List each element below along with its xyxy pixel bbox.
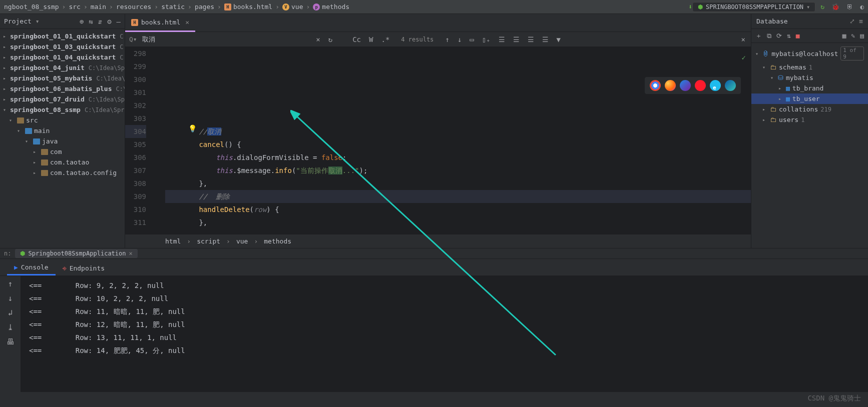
intention-bulb-icon[interactable]: 💡 bbox=[188, 122, 197, 135]
vue-icon: V bbox=[282, 4, 289, 10]
settings-icon[interactable]: ⚙ bbox=[107, 18, 111, 26]
close-icon[interactable]: × bbox=[129, 250, 133, 257]
crumb[interactable]: main bbox=[91, 3, 106, 10]
filter-icon-2[interactable]: ☰ bbox=[512, 36, 521, 44]
hide-icon[interactable]: — bbox=[117, 18, 121, 26]
console-text[interactable]: <== Row: 9, 2, 2, 2, null <== Row: 10, 2… bbox=[21, 276, 868, 392]
search-history-icon[interactable]: ↻ bbox=[327, 36, 334, 44]
project-root[interactable]: ▸springboot_04_junitC:\Idea\Sprin bbox=[0, 62, 125, 73]
new-datasource-icon[interactable]: ＋ bbox=[755, 32, 762, 40]
endpoints-tab[interactable]: ⎆Endpoints bbox=[56, 260, 112, 276]
debug-icon[interactable]: 🐞 bbox=[831, 3, 839, 10]
run-tab[interactable]: ⬢ Springboot08SsmpApplication × bbox=[15, 249, 137, 258]
tree-folder[interactable]: ▾src bbox=[0, 115, 125, 126]
next-match-icon[interactable]: ↓ bbox=[456, 36, 463, 44]
hide-icon[interactable]: ⤢ bbox=[849, 18, 855, 25]
filter-icon-3[interactable]: ☰ bbox=[526, 36, 536, 44]
tree-folder[interactable]: ▸com.taotao bbox=[0, 157, 125, 168]
db-folder[interactable]: ▸🗀users1 bbox=[751, 114, 868, 125]
project-root[interactable]: ▸springboot_01_01_quickstartC:\Id bbox=[0, 31, 125, 42]
crumb[interactable]: Vvue bbox=[282, 3, 303, 10]
opera-icon[interactable] bbox=[695, 80, 706, 91]
console-tab[interactable]: ▶Console bbox=[7, 260, 56, 276]
regex-icon[interactable]: .* bbox=[379, 36, 391, 44]
sync-icon[interactable]: ⇅ bbox=[787, 32, 791, 40]
crumb[interactable]: Hbooks.html bbox=[224, 3, 272, 10]
db-folder[interactable]: ▾🗀schemas1 bbox=[751, 62, 868, 72]
profile-icon[interactable]: ◐ bbox=[860, 3, 864, 10]
project-root[interactable]: ▸springboot_01_04_quickstartC:\Id bbox=[0, 52, 125, 62]
crumb[interactable]: ngboot_08_ssmp bbox=[4, 3, 59, 10]
prev-match-icon[interactable]: ↑ bbox=[444, 36, 451, 44]
stop-icon[interactable]: ■ bbox=[796, 32, 800, 40]
crumb[interactable]: pmethods bbox=[313, 3, 349, 10]
find-bar: Q▾ 取消 × ↻ Cc W .* 4 results ↑ ↓ ▭ ▯₊ ☰ ☰… bbox=[125, 32, 751, 47]
edge-icon[interactable] bbox=[725, 80, 736, 91]
tree-folder[interactable]: ▾java bbox=[0, 136, 125, 146]
refresh-icon[interactable]: ⟳ bbox=[776, 32, 782, 40]
project-root[interactable]: ▸springboot_01_03_quickstartC:\Id bbox=[0, 42, 125, 52]
build-icon[interactable]: ⬇ bbox=[688, 3, 692, 10]
project-root[interactable]: ▸springboot_07_druidC:\Idea\Sprin bbox=[0, 94, 125, 104]
datasource-node[interactable]: ▾🛢mybatis@localhost1 of 9 bbox=[751, 45, 868, 62]
duplicate-icon[interactable]: ⧉ bbox=[767, 32, 771, 40]
close-find-icon[interactable]: × bbox=[740, 36, 747, 44]
database-tool-window: Database ⤢ ≡ ＋ ⧉ ⟳ ⇅ ■ ▦ ✎ ▤ ▾🛢mybatis@l… bbox=[751, 14, 868, 248]
crumb[interactable]: src bbox=[69, 3, 80, 10]
schema-node[interactable]: ▾⛁mybatis bbox=[751, 72, 868, 83]
add-selection-icon[interactable]: ▯₊ bbox=[481, 36, 492, 44]
table-node[interactable]: ▸▦tb_user bbox=[751, 94, 868, 104]
table-node[interactable]: ▸▦tb_brand bbox=[751, 83, 868, 94]
crumb[interactable]: resources bbox=[116, 3, 151, 10]
expand-all-icon[interactable]: ⇆ bbox=[89, 18, 93, 26]
inspection-ok-icon[interactable]: ✓ bbox=[742, 51, 746, 64]
project-root[interactable]: ▾springboot_08_ssmpC:\Idea\Sprin bbox=[0, 104, 125, 115]
funnel-icon[interactable]: ▼ bbox=[555, 36, 562, 44]
safari-icon[interactable] bbox=[680, 80, 691, 91]
print-icon[interactable]: 🖶 bbox=[7, 337, 15, 346]
editor-tab[interactable]: H books.html × bbox=[125, 14, 195, 32]
run-config-selector[interactable]: ⬢ SPRINGBOOT08SSMPAPPLICATION ▾ bbox=[692, 2, 815, 12]
scroll-up-icon[interactable]: ↑ bbox=[8, 279, 13, 288]
folder-icon: 🗀 bbox=[770, 64, 776, 71]
editor-tabs: H books.html × bbox=[125, 14, 751, 32]
soft-wrap-icon[interactable]: ↲ bbox=[8, 308, 13, 318]
find-input[interactable]: 取消 bbox=[142, 35, 310, 44]
project-title[interactable]: Project ▾ bbox=[4, 18, 76, 25]
crumb[interactable]: script bbox=[197, 238, 220, 245]
ie-icon[interactable]: e bbox=[710, 80, 721, 91]
close-icon[interactable]: × bbox=[185, 18, 189, 26]
db-folder[interactable]: ▸🗀collations219 bbox=[751, 104, 868, 114]
filter-icon-4[interactable]: ☰ bbox=[541, 36, 550, 44]
collapse-all-icon[interactable]: ⇵ bbox=[98, 18, 102, 26]
coverage-icon[interactable]: ⛨ bbox=[846, 3, 853, 10]
clear-search-icon[interactable]: × bbox=[314, 36, 321, 44]
select-opened-file-icon[interactable]: ⊕ bbox=[80, 18, 84, 26]
scroll-to-end-icon[interactable]: ⤓ bbox=[7, 322, 14, 332]
tree-folder[interactable]: ▸com bbox=[0, 146, 125, 157]
match-case-icon[interactable]: Cc bbox=[351, 36, 362, 44]
tree-folder[interactable]: ▸com.taotao.config bbox=[0, 168, 125, 178]
console-icon[interactable]: ▤ bbox=[860, 32, 864, 40]
project-root[interactable]: ▸springboot_06_mabatis_plusC:\Id bbox=[0, 84, 125, 94]
crumb[interactable]: vue bbox=[236, 238, 248, 245]
code-editor[interactable]: 2982993003013023033043053063073083093103… bbox=[125, 47, 751, 234]
run-icon[interactable]: ↻ bbox=[820, 3, 824, 10]
crumb[interactable]: pages bbox=[195, 3, 214, 10]
firefox-icon[interactable] bbox=[665, 80, 676, 91]
line-gutter: 2982993003013023033043053063073083093103… bbox=[125, 47, 150, 234]
scroll-down-icon[interactable]: ↓ bbox=[8, 294, 13, 303]
crumb[interactable]: static bbox=[161, 3, 185, 10]
table-view-icon[interactable]: ▦ bbox=[842, 32, 846, 40]
select-all-icon[interactable]: ▭ bbox=[468, 36, 475, 44]
chrome-icon[interactable] bbox=[650, 80, 661, 91]
project-root[interactable]: ▸springboot_05_mybatisC:\Idea\Sp bbox=[0, 73, 125, 84]
edit-icon[interactable]: ✎ bbox=[851, 32, 855, 40]
words-icon[interactable]: W bbox=[367, 36, 374, 44]
crumb[interactable]: methods bbox=[264, 238, 291, 245]
tree-folder[interactable]: ▾main bbox=[0, 126, 125, 136]
crumb[interactable]: html bbox=[165, 238, 181, 245]
filter-icon-1[interactable]: ☰ bbox=[497, 36, 507, 44]
settings-icon[interactable]: ≡ bbox=[859, 18, 863, 25]
mysql-icon: 🛢 bbox=[762, 50, 769, 58]
